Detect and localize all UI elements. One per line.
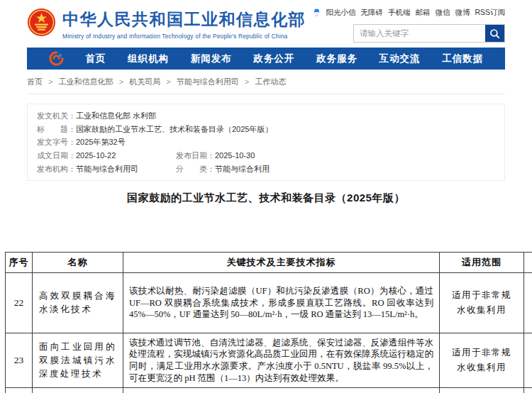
site-title: 中华人民共和国工业和信息化部 xyxy=(62,9,306,31)
col-header-scope: 适用范围 xyxy=(440,253,524,273)
page-viewport: 中华人民共和国工业和信息化部 Ministry of Industry and … xyxy=(0,0,532,393)
nav-item-services[interactable]: 政务服务 xyxy=(316,52,358,65)
breadcrumb-energy-dept[interactable]: 节能与综合利用司 xyxy=(177,77,239,86)
table-row: 22 高效双膜耦合海水淡化技术 该技术以耐热、耐污染超滤膜（UF）和抗污染反渗透… xyxy=(6,273,532,333)
breadcrumb-work-dynamics[interactable]: 工作动态 xyxy=(255,77,286,86)
robot-icon xyxy=(313,9,321,17)
table-row: 23 面向工业回用的双膜法城镇污水深度处理技术 该技术通过调节池、自清洗过滤器、… xyxy=(6,333,532,388)
breadcrumb-separator: > xyxy=(166,77,170,86)
document-title: 国家鼓励的工业节水工艺、技术和装备目录（2025年版） xyxy=(27,192,505,205)
meta-issuing-agency: 发文机关： 工业和信息化部 水利部 xyxy=(37,109,156,123)
site-brand: 中华人民共和国工业和信息化部 Ministry of Industry and … xyxy=(27,5,306,43)
meta-title: 标 题： 国家鼓励的工业节水工艺、技术和装备目录（2025年版） xyxy=(37,123,272,136)
quick-link-mail[interactable]: 邮箱 xyxy=(415,8,430,18)
breadcrumb-separator: > xyxy=(119,77,123,86)
breadcrumb-home[interactable]: 首页 xyxy=(27,77,43,86)
site-subtitle: Ministry of Industry and Information Tec… xyxy=(62,33,306,40)
breadcrumb-departments[interactable]: 机关司局 xyxy=(129,77,160,86)
meta-written-date: 成文日期： 2025-10-22 xyxy=(37,149,176,162)
table-header-row: 序号 名称 关键技术及主要技术指标 适用范围 xyxy=(6,253,532,273)
breadcrumb-separator: > xyxy=(48,77,52,86)
quick-link-accessibility[interactable]: 无障碍 xyxy=(360,8,383,18)
nav-item-interaction[interactable]: 互动交流 xyxy=(379,52,421,65)
nav-item-data[interactable]: 工信数据 xyxy=(442,52,483,65)
header-quick-links: 阳光小信 无障碍 手机端 邮箱 微信 微博 RSS订阅 xyxy=(353,8,505,18)
row-tech-indicators: 该技术以耐热、耐污染超滤膜（UF）和抗污染反渗透膜（RO）为核心，通过 UF—R… xyxy=(123,273,440,333)
quick-link-rss[interactable]: RSS订阅 xyxy=(475,8,505,18)
meta-category: 分 类： 节能与综合利用 xyxy=(176,162,270,176)
row-clipped-fragment: ： xyxy=(524,333,532,388)
nav-item-home[interactable]: 首页 xyxy=(85,52,106,65)
col-header-index: 序号 xyxy=(6,253,33,273)
quick-link-mobile[interactable]: 手机端 xyxy=(388,8,411,18)
meta-doc-number: 发文字号： 2025年第32号 xyxy=(37,135,126,149)
col-header-tech: 关键技术及主要技术指标 xyxy=(123,253,440,273)
row-clipped-fragment: ： xyxy=(524,273,532,333)
nav-item-news[interactable]: 新闻发布 xyxy=(191,52,232,65)
miit-logo-icon xyxy=(49,51,64,66)
site-header: 中华人民共和国工业和信息化部 Ministry of Industry and … xyxy=(27,0,505,43)
quick-link-wechat[interactable]: 微信 xyxy=(435,8,450,18)
quick-link-sunshine-assistant[interactable]: 阳光小信 xyxy=(326,8,355,18)
nav-item-disclosure[interactable]: 政务公开 xyxy=(253,52,294,65)
row-index: 22 xyxy=(6,273,33,333)
col-header-name: 名称 xyxy=(33,253,123,273)
meta-publish-org: 发布机构： 节能与综合利用司 xyxy=(37,162,176,176)
row-name: 面向工业回用的双膜法城镇污水深度处理技术 xyxy=(33,333,123,388)
main-nav: 首页 组织机构 新闻发布 政务公开 政务服务 互动交流 工信数据 xyxy=(27,48,505,70)
table-row-partial xyxy=(6,388,532,393)
row-scope: 适用于非常规水收集利用 xyxy=(440,273,524,333)
col-header-clipped xyxy=(524,253,532,273)
breadcrumb-miit[interactable]: 工业和信息化部 xyxy=(59,77,113,86)
search-icon xyxy=(489,28,500,39)
row-name: 高效双膜耦合海水淡化技术 xyxy=(33,273,123,333)
quick-link-weibo[interactable]: 微博 xyxy=(455,8,470,18)
catalog-table: 序号 名称 关键技术及主要技术指标 适用范围 22 高效双膜耦合海水淡化技术 该… xyxy=(5,252,532,393)
meta-publish-date: 发布日期： 2025-10-30 xyxy=(176,149,255,162)
search-bar xyxy=(353,24,505,43)
national-emblem-icon xyxy=(27,8,56,40)
row-index: 23 xyxy=(6,333,33,388)
breadcrumb-separator: > xyxy=(245,77,249,86)
row-scope: 适用于非常规水收集利用 xyxy=(440,333,524,388)
search-button[interactable] xyxy=(485,25,504,42)
row-tech-indicators: 该技术通过调节池、自清洗过滤器、超滤系统、保安过滤器、反渗透组件等水处理流程，实… xyxy=(123,333,440,388)
nav-item-organization[interactable]: 组织机构 xyxy=(128,52,169,65)
search-input[interactable] xyxy=(354,25,485,42)
document-meta-box: 发文机关： 工业和信息化部 水利部 标 题： 国家鼓励的工业节水工艺、技术和装备… xyxy=(27,104,505,181)
breadcrumb: 首页 > 工业和信息化部 > 机关司局 > 节能与综合利用司 > 工作动态 xyxy=(27,77,505,94)
